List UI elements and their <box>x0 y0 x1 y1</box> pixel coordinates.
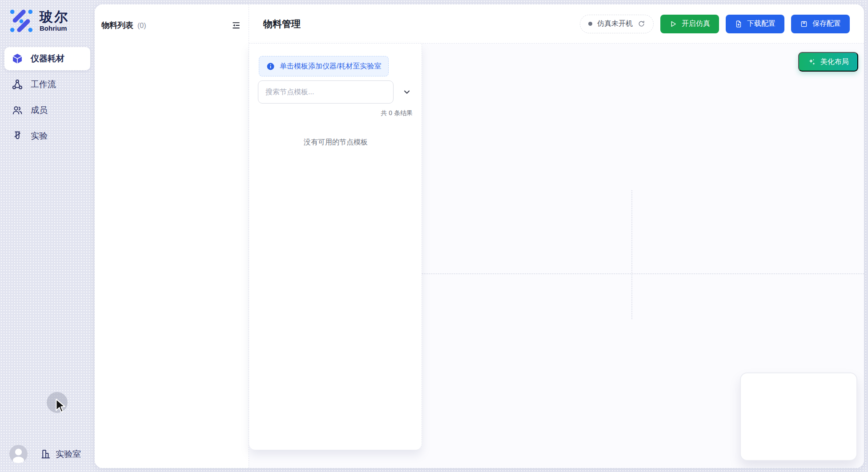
bohrium-logo-icon <box>8 8 34 34</box>
sidebar-item-experiment[interactable]: 实验 <box>4 124 90 148</box>
sidebar-item-label: 仪器耗材 <box>31 53 64 64</box>
save-config-button[interactable]: 保存配置 <box>791 15 850 33</box>
empty-templates-message: 没有可用的节点模板 <box>258 138 414 147</box>
brand-logo: 玻尔 Bohrium <box>0 8 95 34</box>
materials-list-title: 物料列表 <box>101 20 133 31</box>
sparkles-icon <box>808 58 816 66</box>
lab-label: 实验室 <box>56 448 81 460</box>
content-area: 物料列表 (0) 物料管理 仿真未开机 <box>95 4 864 468</box>
sidebar-menu: 仪器耗材 工作流 成员 <box>0 47 95 148</box>
sidebar-item-instruments[interactable]: 仪器耗材 <box>4 47 90 70</box>
file-download-icon <box>735 20 743 28</box>
members-icon <box>11 104 23 116</box>
play-icon <box>669 20 677 28</box>
materials-list-count: (0) <box>137 22 146 30</box>
sidebar-item-label: 成员 <box>31 104 48 116</box>
canvas-guide-line-vertical <box>631 190 632 319</box>
canvas-guide-line-horizontal <box>422 273 864 274</box>
user-avatar[interactable] <box>9 445 28 463</box>
sidebar-footer: 实验室 <box>0 445 95 463</box>
brand-name: 玻尔 <box>40 10 69 24</box>
save-icon <box>800 20 808 28</box>
status-dot <box>588 22 592 26</box>
sidebar-item-workflow[interactable]: 工作流 <box>4 73 90 96</box>
status-label: 仿真未开机 <box>597 19 633 28</box>
minimap[interactable] <box>740 372 857 461</box>
building-icon <box>40 448 51 460</box>
node-template-panel: 单击模板添加仪器/耗材至实验室 共 0 条结果 没有可用的节点模板 <box>249 44 422 450</box>
flow-canvas[interactable]: 单击模板添加仪器/耗材至实验室 共 0 条结果 没有可用的节点模板 美化布局 <box>249 44 864 468</box>
chevron-down-icon[interactable] <box>402 88 411 96</box>
header-actions: 仿真未开机 开启仿真 下载配置 <box>580 15 850 33</box>
materials-list-panel: 物料列表 (0) <box>95 4 249 468</box>
lab-switcher[interactable]: 实验室 <box>40 448 81 460</box>
collapse-panel-icon[interactable] <box>230 20 242 31</box>
template-hint-banner: 单击模板添加仪器/耗材至实验室 <box>259 56 389 76</box>
refresh-icon[interactable] <box>638 20 645 28</box>
main-column: 物料管理 仿真未开机 开启仿真 <box>249 4 864 468</box>
template-hint-text: 单击模板添加仪器/耗材至实验室 <box>280 62 381 71</box>
sidebar-item-members[interactable]: 成员 <box>4 99 90 122</box>
sidebar-item-label: 实验 <box>31 130 48 142</box>
main-header: 物料管理 仿真未开机 开启仿真 <box>249 4 864 44</box>
experiment-icon <box>11 130 23 142</box>
search-input[interactable] <box>258 80 394 104</box>
download-config-button[interactable]: 下载配置 <box>726 15 784 33</box>
cursor-pointer <box>55 398 67 414</box>
result-count: 共 0 条结果 <box>258 109 414 117</box>
info-icon <box>266 62 275 71</box>
simulation-status-badge: 仿真未开机 <box>580 15 654 33</box>
cube-icon <box>11 53 23 65</box>
start-simulation-button[interactable]: 开启仿真 <box>660 15 719 33</box>
page-title: 物料管理 <box>263 18 301 30</box>
beautify-layout-button[interactable]: 美化布局 <box>798 52 858 72</box>
sidebar-item-label: 工作流 <box>31 79 56 90</box>
workflow-icon <box>11 79 23 91</box>
brand-subtitle: Bohrium <box>40 24 69 32</box>
